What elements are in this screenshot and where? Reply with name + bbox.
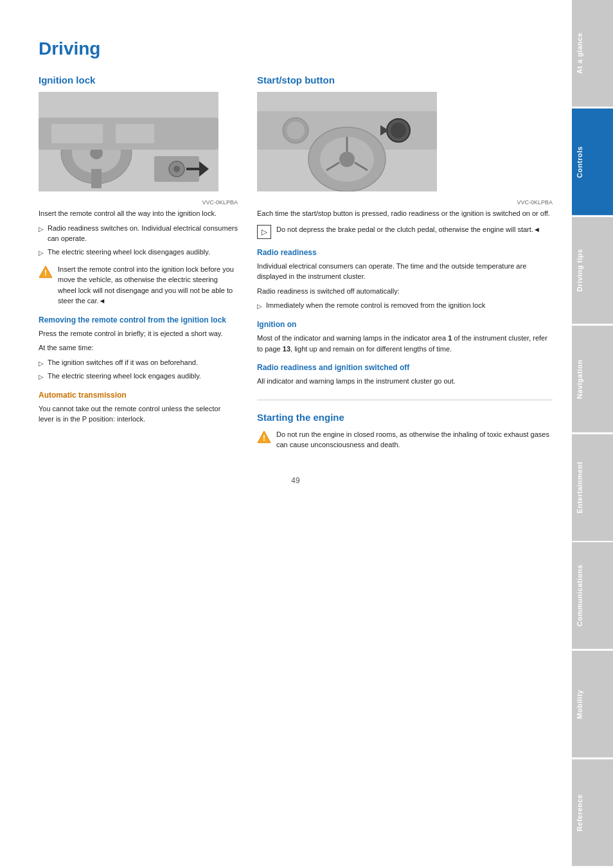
bullet-arrow-icon: ▷ xyxy=(39,248,44,258)
page-container: Driving Ignition lock xyxy=(0,0,613,868)
ignition-lock-image xyxy=(39,92,218,191)
svg-text:!: ! xyxy=(44,269,47,278)
start-stop-section: Start/stop button xyxy=(257,75,553,457)
bullet-arrow-icon: ▷ xyxy=(39,372,44,382)
ignition-bullet-1: ▷ Radio readiness switches on. Individua… xyxy=(39,223,238,244)
main-content: Driving Ignition lock xyxy=(0,0,572,868)
removing-bullet-2-text: The electric steering wheel lock engages… xyxy=(48,371,201,382)
ignition-bullet-2-text: The electric steering wheel lock disenga… xyxy=(48,247,210,258)
bullet-arrow-icon: ▷ xyxy=(39,359,44,368)
ignition-on-heading: Ignition on xyxy=(257,320,553,329)
sidebar-tab-navigation[interactable]: Navigation xyxy=(572,326,613,432)
sidebar-tab-mobility[interactable]: Mobility xyxy=(572,651,613,757)
ignition-on-page: 13 xyxy=(283,345,290,353)
ignition-warning-text: Insert the remote control into the ignit… xyxy=(58,264,238,306)
radio-off-text: All indicator and warning lamps in the i… xyxy=(257,376,553,387)
svg-point-10 xyxy=(173,166,180,172)
ignition-lock-heading: Ignition lock xyxy=(39,75,238,85)
radio-readiness-text1: Individual electrical consumers can oper… xyxy=(257,261,553,282)
ignition-image-label: VVC-0KLPBA xyxy=(39,199,238,206)
sidebar-tab-driving-tips[interactable]: Driving tips xyxy=(572,217,613,324)
sidebar-tab-at-a-glance[interactable]: At a glance xyxy=(572,0,613,107)
two-col-layout: Ignition lock xyxy=(39,75,553,457)
bullet-arrow-icon: ▷ xyxy=(257,301,262,311)
removing-bullet-1-text: The ignition switches off if it was on b… xyxy=(48,357,198,368)
ignition-lock-intro: Insert the remote control all the way in… xyxy=(39,208,238,219)
removing-same-time: At the same time: xyxy=(39,342,238,353)
svg-rect-12 xyxy=(186,168,199,170)
bullet-arrow-icon: ▷ xyxy=(39,224,44,234)
ignition-lock-section: Ignition lock xyxy=(39,75,238,457)
start-stop-intro: Each time the start/stop button is press… xyxy=(257,208,553,219)
sidebar-tab-entertainment[interactable]: Entertainment xyxy=(572,434,613,541)
start-stop-image xyxy=(257,92,437,191)
sidebar-tab-communications[interactable]: Communications xyxy=(572,542,613,649)
svg-point-24 xyxy=(391,123,406,138)
ignition-bullet-2: ▷ The electric steering wheel lock disen… xyxy=(39,247,238,258)
page-number: 49 xyxy=(39,476,553,485)
section-divider xyxy=(257,400,553,400)
auto-transmission-text: You cannot take out the remote control u… xyxy=(39,403,238,425)
ignition-bullet-1-text: Radio readiness switches on. Individual … xyxy=(48,223,238,244)
warning-triangle-icon: ! xyxy=(39,265,53,279)
svg-text:!: ! xyxy=(263,434,265,443)
starting-engine-heading: Starting the engine xyxy=(257,412,553,423)
svg-point-27 xyxy=(287,121,305,139)
radio-readiness-bullet-1-text: Immediately when the remote control is r… xyxy=(266,300,485,311)
auto-transmission-heading: Automatic transmission xyxy=(39,391,238,400)
removing-heading: Removing the remote control from the ign… xyxy=(39,315,238,324)
removing-intro: Press the remote control in briefly; it … xyxy=(39,328,238,339)
radio-off-heading: Radio readiness and ignition switched of… xyxy=(257,363,553,372)
start-stop-note-box: ▷ Do not depress the brake pedal or the … xyxy=(257,224,553,239)
radio-readiness-text2: Radio readiness is switched off automati… xyxy=(257,286,553,297)
start-stop-note-text: Do not depress the brake pedal or the cl… xyxy=(276,224,540,235)
removing-bullet-2: ▷ The electric steering wheel lock engag… xyxy=(39,371,238,382)
sidebar-tab-controls[interactable]: Controls xyxy=(572,109,613,215)
svg-rect-4 xyxy=(91,169,102,188)
page-title: Driving xyxy=(39,39,553,59)
radio-readiness-bullet-1: ▷ Immediately when the remote control is… xyxy=(257,300,553,311)
start-stop-image-label: VVC-0KLPBA xyxy=(257,199,553,206)
svg-point-19 xyxy=(339,152,355,167)
note-play-icon: ▷ xyxy=(257,225,271,239)
radio-readiness-heading: Radio readiness xyxy=(257,248,553,257)
sidebar: At a glance Controls Driving tips Naviga… xyxy=(572,0,613,868)
removing-bullet-1: ▷ The ignition switches off if it was on… xyxy=(39,357,238,368)
svg-rect-6 xyxy=(51,124,103,143)
starting-engine-warning-box: ! Do not run the engine in closed rooms,… xyxy=(257,429,553,450)
starting-engine-section: Starting the engine ! Do not run the eng… xyxy=(257,400,553,450)
start-stop-heading: Start/stop button xyxy=(257,75,553,85)
sidebar-tab-reference[interactable]: Reference xyxy=(572,759,613,866)
ignition-warning-box: ! Insert the remote control into the ign… xyxy=(39,264,238,306)
ignition-on-bold: 1 xyxy=(448,334,452,342)
warning-triangle-icon-2: ! xyxy=(257,430,271,444)
ignition-on-text: Most of the indicator and warning lamps … xyxy=(257,333,553,354)
starting-engine-warning-text: Do not run the engine in closed rooms, a… xyxy=(276,429,553,450)
svg-rect-7 xyxy=(116,124,154,143)
